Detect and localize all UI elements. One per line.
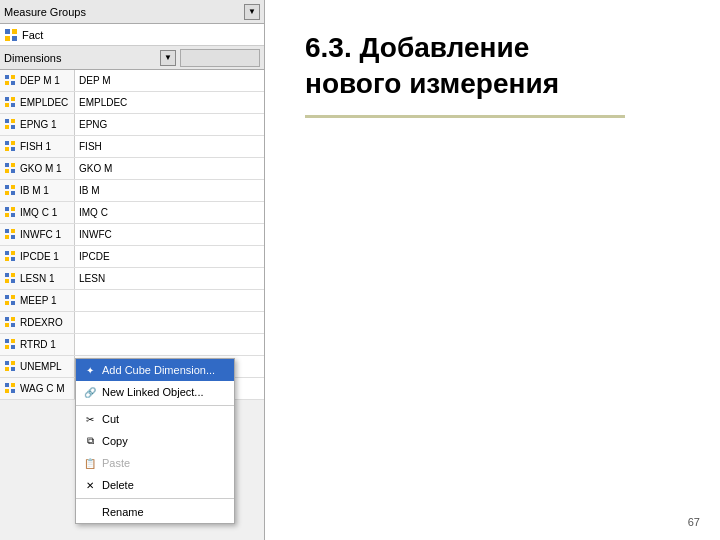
- dim-cell: INWFC 1: [0, 224, 75, 245]
- svg-rect-23: [11, 169, 15, 173]
- paste-icon: 📋: [82, 455, 98, 471]
- svg-rect-37: [11, 251, 15, 255]
- page-number: 67: [688, 516, 700, 528]
- svg-rect-52: [5, 339, 9, 343]
- menu-item-copy[interactable]: ⧉Copy: [76, 430, 234, 452]
- svg-rect-15: [11, 125, 15, 129]
- dim-label: IPCDE 1: [20, 251, 59, 262]
- data-rows: DEP M 1DEP MEMPLDEC 1EMPLDECEPNG 1EPNGFI…: [0, 70, 264, 400]
- svg-rect-36: [5, 251, 9, 255]
- svg-rect-50: [5, 323, 9, 327]
- delete-icon: ✕: [82, 477, 98, 493]
- svg-rect-29: [11, 207, 15, 211]
- heading-line1: 6.3. Добавление: [305, 32, 529, 63]
- context-menu: ✦Add Cube Dimension...🔗New Linked Object…: [75, 358, 235, 524]
- svg-rect-32: [5, 229, 9, 233]
- measure-groups-mini-header: [180, 49, 260, 67]
- menu-item-new-linked-object[interactable]: 🔗New Linked Object...: [76, 381, 234, 403]
- measure-cell: FISH: [75, 136, 264, 157]
- menu-item-label: Cut: [102, 413, 119, 425]
- svg-rect-62: [5, 389, 9, 393]
- svg-rect-33: [11, 229, 15, 233]
- dim-label: GKO M 1: [20, 163, 62, 174]
- menu-item-label: New Linked Object...: [102, 386, 204, 398]
- dim-cell: LESN 1: [0, 268, 75, 289]
- measure-cell: INWFC: [75, 224, 264, 245]
- svg-rect-17: [11, 141, 15, 145]
- svg-rect-40: [5, 273, 9, 277]
- svg-rect-25: [11, 185, 15, 189]
- dim-label: MEEP 1: [20, 295, 57, 306]
- dim-cell: FISH 1: [0, 136, 75, 157]
- measure-cell: GKO M: [75, 158, 264, 179]
- table-row[interactable]: GKO M 1GKO M: [0, 158, 264, 180]
- dim-label: FISH 1: [20, 141, 51, 152]
- svg-rect-44: [5, 295, 9, 299]
- dim-cell: IB M 1: [0, 180, 75, 201]
- menu-item-add-cube-dimension[interactable]: ✦Add Cube Dimension...: [76, 359, 234, 381]
- table-row[interactable]: RDEXRO: [0, 312, 264, 334]
- table-row[interactable]: INWFC 1INWFC: [0, 224, 264, 246]
- menu-separator: [76, 498, 234, 499]
- menu-item-label: Add Cube Dimension...: [102, 364, 215, 376]
- svg-rect-39: [11, 257, 15, 261]
- svg-rect-54: [5, 345, 9, 349]
- dim-label: EMPLDEC 1: [20, 97, 70, 108]
- svg-rect-7: [11, 81, 15, 85]
- menu-item-cut[interactable]: ✂Cut: [76, 408, 234, 430]
- table-row[interactable]: DEP M 1DEP M: [0, 70, 264, 92]
- dim-cell: WAG C M: [0, 378, 75, 399]
- svg-rect-16: [5, 141, 9, 145]
- table-row[interactable]: EPNG 1EPNG: [0, 114, 264, 136]
- dimensions-header: Dimensions ▼: [0, 46, 264, 70]
- dim-cell: GKO M 1: [0, 158, 75, 179]
- table-row[interactable]: IPCDE 1IPCDE: [0, 246, 264, 268]
- menu-item-label: Delete: [102, 479, 134, 491]
- svg-rect-48: [5, 317, 9, 321]
- measure-cell: [75, 312, 264, 333]
- right-content: 6.3. Добавление нового измерения: [265, 0, 720, 158]
- fact-row[interactable]: Fact: [0, 24, 264, 46]
- svg-rect-22: [5, 169, 9, 173]
- measure-cell: [75, 334, 264, 355]
- svg-rect-18: [5, 147, 9, 151]
- dim-label: WAG C M: [20, 383, 65, 394]
- svg-rect-38: [5, 257, 9, 261]
- table-row[interactable]: IMQ C 1IMQ C: [0, 202, 264, 224]
- right-panel: 6.3. Добавление нового измерения: [265, 0, 720, 540]
- table-row[interactable]: FISH 1FISH: [0, 136, 264, 158]
- measure-cell: EPNG: [75, 114, 264, 135]
- dimensions-dropdown-button[interactable]: ▼: [160, 50, 176, 66]
- table-row[interactable]: RTRD 1: [0, 334, 264, 356]
- dim-label: DEP M 1: [20, 75, 60, 86]
- table-row[interactable]: MEEP 1: [0, 290, 264, 312]
- dim-cell: RTRD 1: [0, 334, 75, 355]
- dim-label: INWFC 1: [20, 229, 61, 240]
- dim-label: IMQ C 1: [20, 207, 57, 218]
- dim-label: EPNG 1: [20, 119, 57, 130]
- svg-rect-2: [5, 36, 10, 41]
- svg-rect-9: [11, 97, 15, 101]
- svg-rect-12: [5, 119, 9, 123]
- table-row[interactable]: IB M 1IB M: [0, 180, 264, 202]
- svg-rect-1: [12, 29, 17, 34]
- heading-underline: [305, 115, 625, 118]
- svg-rect-58: [5, 367, 9, 371]
- dimensions-label: Dimensions: [4, 52, 160, 64]
- svg-rect-4: [5, 75, 9, 79]
- svg-rect-26: [5, 191, 9, 195]
- menu-item-delete[interactable]: ✕Delete: [76, 474, 234, 496]
- measure-cell: EMPLDEC: [75, 92, 264, 113]
- svg-rect-34: [5, 235, 9, 239]
- svg-rect-14: [5, 125, 9, 129]
- table-row[interactable]: LESN 1LESN: [0, 268, 264, 290]
- menu-item-rename[interactable]: Rename: [76, 501, 234, 523]
- measure-groups-header: Measure Groups ▼: [0, 0, 264, 24]
- svg-rect-6: [5, 81, 9, 85]
- svg-rect-47: [11, 301, 15, 305]
- heading-text: 6.3. Добавление нового измерения: [305, 30, 690, 103]
- measure-groups-dropdown-button[interactable]: ▼: [244, 4, 260, 20]
- svg-rect-59: [11, 367, 15, 371]
- table-row[interactable]: EMPLDEC 1EMPLDEC: [0, 92, 264, 114]
- dim-cell: DEP M 1: [0, 70, 75, 91]
